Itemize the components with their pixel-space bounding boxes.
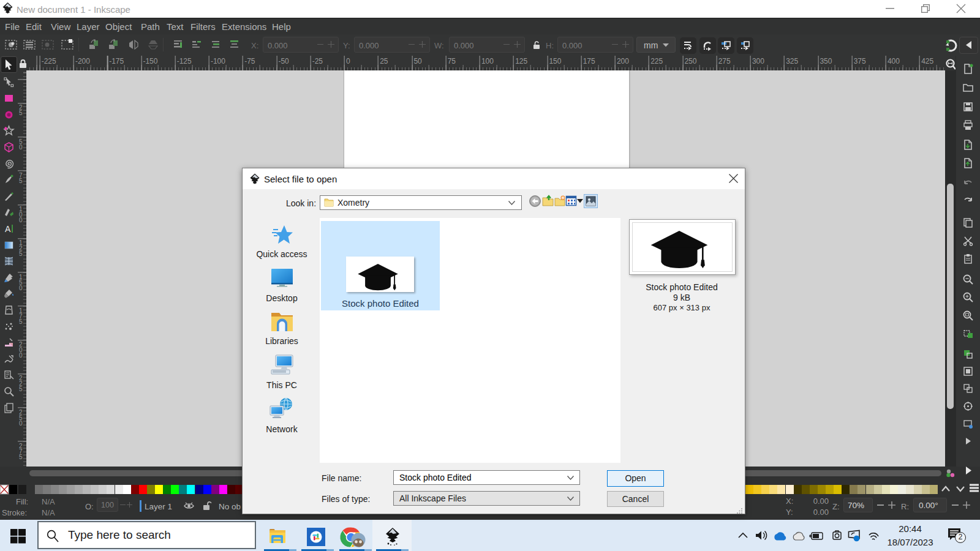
svg-text:A: A [5,224,11,234]
